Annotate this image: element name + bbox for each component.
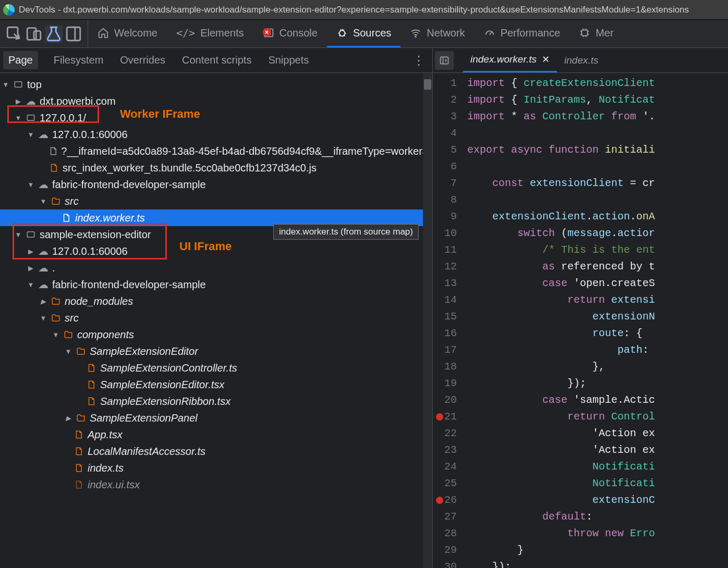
file-icon bbox=[73, 430, 84, 439]
tab-elements[interactable]: </> Elements bbox=[167, 20, 253, 47]
window-title-bar: DevTools - dxt.powerbi.com/workloads/sam… bbox=[0, 0, 728, 20]
tab-memory[interactable]: Mer bbox=[569, 20, 623, 47]
dock-side-icon[interactable] bbox=[65, 25, 82, 43]
tree-node-modules[interactable]: ▶ node_modules bbox=[0, 293, 432, 310]
cloud-icon: ☁ bbox=[38, 262, 49, 274]
editor-tabs: index.worker.ts ✕ index.ts bbox=[433, 48, 728, 73]
tree-host-frame[interactable]: ▼ 127.0.0.1/ bbox=[0, 109, 432, 126]
tree-label: App.tsx bbox=[88, 429, 123, 441]
cloud-icon: ☁ bbox=[25, 95, 37, 107]
tree-iframe-file[interactable]: ?__iframeId=a5dc0a89-13a8-45ef-b4ad-db67… bbox=[0, 143, 432, 159]
svg-rect-1 bbox=[27, 28, 36, 40]
toggle-navigator-icon[interactable] bbox=[435, 51, 454, 70]
cloud-icon: ☁ bbox=[38, 178, 49, 191]
file-tree: ▼ top ▶ ☁ dxt.powerbi.com ▼ 127.0.0.1/ ▼… bbox=[0, 73, 432, 568]
tree-host-port2[interactable]: ▶ ☁ 127.0.0.1:60006 bbox=[0, 243, 432, 260]
tree-label: dxt.powerbi.com bbox=[40, 95, 116, 107]
tree-see-tsx[interactable]: SampleExtensionEditor.tsx bbox=[0, 376, 432, 393]
devtools-main-tabs: Welcome </> Elements × Console Sources N… bbox=[0, 20, 728, 48]
tree-indexui[interactable]: index.ui.tsx bbox=[0, 476, 432, 493]
tree-label: SampleExtensionRibbon.tsx bbox=[100, 396, 230, 408]
tree-ffds1[interactable]: ▼ ☁ fabric-frontend-developer-sample bbox=[0, 176, 432, 193]
tab-network[interactable]: Network bbox=[401, 20, 474, 47]
subtab-content-scripts[interactable]: Content scripts bbox=[181, 50, 252, 70]
tree-label: index.ui.tsx bbox=[88, 479, 140, 491]
navigator-sub-tabs: Page Filesystem Overrides Content script… bbox=[0, 48, 432, 73]
editor-tab-active[interactable]: index.worker.ts ✕ bbox=[463, 48, 557, 72]
file-icon bbox=[86, 397, 97, 406]
code-editor-pane: index.worker.ts ✕ index.ts 1234567891011… bbox=[433, 48, 728, 568]
folder-icon bbox=[63, 330, 74, 339]
cloud-icon: ☁ bbox=[38, 278, 49, 291]
frame-icon bbox=[13, 80, 24, 89]
subtab-snippets[interactable]: Snippets bbox=[267, 50, 310, 70]
folder-icon bbox=[50, 313, 62, 323]
tree-app[interactable]: App.tsx bbox=[0, 426, 432, 443]
file-icon bbox=[73, 463, 84, 473]
inspect-element-icon[interactable] bbox=[5, 25, 23, 43]
tree-ser-tsx[interactable]: SampleExtensionRibbon.tsx bbox=[0, 393, 432, 410]
tree-label: top bbox=[27, 79, 42, 91]
tab-sources[interactable]: Sources bbox=[327, 20, 401, 47]
tree-label: SampleExtensionEditor bbox=[90, 345, 198, 357]
frame-icon bbox=[25, 113, 37, 122]
console-error-badge: × bbox=[263, 28, 271, 36]
tree-host-port[interactable]: ▼ ☁ 127.0.0.1:60006 bbox=[0, 126, 432, 143]
more-menu-icon[interactable]: ⋮ bbox=[412, 53, 425, 68]
tree-label: sample-extension-editor bbox=[40, 229, 151, 241]
tree-scrollbar[interactable] bbox=[423, 73, 432, 568]
svg-rect-10 bbox=[27, 115, 34, 121]
tree-ffds2[interactable]: ▼ ☁ fabric-frontend-developer-sample bbox=[0, 276, 432, 293]
code-icon: </> bbox=[176, 27, 195, 39]
tree-bundle-file[interactable]: src_index_worker_ts.bundle.5cc0abe0cfb12… bbox=[0, 159, 432, 176]
home-icon bbox=[98, 27, 109, 39]
device-toggle-icon[interactable] bbox=[25, 25, 43, 43]
editor-tab-label: index.worker.ts bbox=[470, 54, 537, 65]
tab-performance[interactable]: Performance bbox=[475, 20, 570, 47]
tree-label: 127.0.0.1/ bbox=[40, 112, 86, 124]
cloud-icon: ☁ bbox=[38, 245, 49, 257]
source-map-tooltip: index.worker.ts (from source map) bbox=[273, 224, 419, 240]
tree-dxt[interactable]: ▶ ☁ dxt.powerbi.com bbox=[0, 93, 432, 109]
tree-label: index.ts bbox=[88, 462, 124, 474]
tree-label: node_modules bbox=[65, 295, 133, 307]
tab-console[interactable]: × Console bbox=[253, 20, 327, 47]
tree-index[interactable]: index.ts bbox=[0, 460, 432, 476]
tree-label: . bbox=[52, 262, 55, 274]
window-title: DevTools - dxt.powerbi.com/workloads/sam… bbox=[19, 5, 689, 15]
tab-welcome-label: Welcome bbox=[114, 27, 157, 39]
svg-rect-12 bbox=[441, 57, 448, 64]
editor-tab-other[interactable]: index.ts bbox=[557, 48, 605, 72]
svg-rect-8 bbox=[582, 30, 588, 36]
tab-welcome[interactable]: Welcome bbox=[88, 20, 167, 47]
subtab-page[interactable]: Page bbox=[3, 51, 38, 69]
tree-label: src_index_worker_ts.bundle.5cc0abe0cfb12… bbox=[63, 162, 317, 174]
editor-tab-label: index.ts bbox=[564, 55, 598, 66]
tree-top[interactable]: ▼ top bbox=[0, 76, 432, 93]
frame-icon bbox=[25, 230, 37, 239]
folder-icon bbox=[50, 196, 62, 206]
tree-src2[interactable]: ▼ src bbox=[0, 310, 432, 326]
subtab-filesystem[interactable]: Filesystem bbox=[53, 50, 105, 70]
code-area[interactable]: 1234567891011121314151617181920212223242… bbox=[433, 73, 728, 568]
tab-console-label: Console bbox=[280, 27, 318, 39]
tree-label: SampleExtensionEditor.tsx bbox=[100, 379, 224, 391]
tree-label: index.worker.ts bbox=[75, 212, 145, 224]
experiments-icon[interactable] bbox=[45, 25, 63, 43]
folder-icon bbox=[75, 347, 87, 356]
tree-sec-ts[interactable]: SampleExtensionController.ts bbox=[0, 360, 432, 376]
subtab-overrides[interactable]: Overrides bbox=[119, 50, 166, 70]
tree-src1[interactable]: ▼ src bbox=[0, 193, 432, 209]
tree-see-folder[interactable]: ▼ SampleExtensionEditor bbox=[0, 343, 432, 360]
tree-components[interactable]: ▼ components bbox=[0, 326, 432, 343]
svg-rect-2 bbox=[34, 31, 41, 40]
sources-navigator-pane: Page Filesystem Overrides Content script… bbox=[0, 48, 433, 568]
code-content[interactable]: import { createExtensionClientimport { I… bbox=[462, 73, 728, 568]
line-gutter[interactable]: 1234567891011121314151617181920212223242… bbox=[433, 73, 462, 568]
tree-label: src bbox=[65, 312, 79, 324]
tree-lma[interactable]: LocalManifestAccessor.ts bbox=[0, 443, 432, 460]
tree-sep-folder[interactable]: ▶ SampleExtensionPanel bbox=[0, 410, 432, 426]
bug-icon bbox=[336, 27, 348, 39]
tree-dot[interactable]: ▶ ☁ . bbox=[0, 260, 432, 276]
close-icon[interactable]: ✕ bbox=[542, 54, 550, 65]
